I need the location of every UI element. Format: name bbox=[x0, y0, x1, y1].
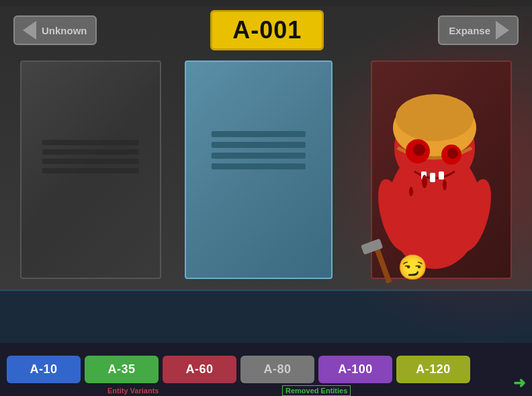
nav-left-button[interactable]: Unknown bbox=[13, 15, 97, 45]
btn-a100[interactable]: A-100 bbox=[318, 356, 392, 383]
title-box: A-001 bbox=[210, 10, 324, 50]
troll-face: 😏 bbox=[398, 255, 428, 286]
btn-a80[interactable]: A-80 bbox=[240, 356, 314, 383]
arrow-right-icon bbox=[496, 21, 509, 40]
page-title: A-001 bbox=[232, 16, 302, 44]
header: Unknown A-001 Expanse bbox=[0, 10, 532, 50]
locker-center-lines bbox=[212, 131, 306, 174]
arrow-left-icon bbox=[23, 21, 36, 40]
locker-left-lines bbox=[42, 140, 139, 177]
removed-entities-label: Removed Entities bbox=[282, 385, 351, 396]
next-arrow[interactable]: ➜ bbox=[513, 374, 525, 392]
svg-point-15 bbox=[422, 175, 427, 188]
nav-left-label: Unknown bbox=[42, 25, 87, 36]
svg-point-8 bbox=[413, 144, 425, 156]
btn-a35[interactable]: A-35 bbox=[85, 356, 159, 383]
svg-rect-12 bbox=[439, 171, 444, 180]
monster-character bbox=[357, 74, 512, 296]
svg-point-16 bbox=[443, 180, 447, 190]
ceiling bbox=[0, 0, 532, 7]
svg-point-9 bbox=[447, 148, 458, 159]
svg-point-5 bbox=[396, 94, 474, 141]
svg-rect-11 bbox=[430, 173, 435, 182]
nav-right-button[interactable]: Expanse bbox=[438, 15, 519, 45]
entity-variants-label: Entity Variants bbox=[107, 387, 159, 396]
bottom-navigation-bar: A-10 A-35 A-60 A-80 A-100 A-120 bbox=[0, 343, 532, 396]
svg-point-17 bbox=[409, 187, 413, 196]
game-area: 😏 Unknown A-001 Expanse bbox=[0, 0, 532, 343]
floor bbox=[0, 289, 532, 343]
btn-a120[interactable]: A-120 bbox=[396, 356, 470, 383]
nav-right-label: Expanse bbox=[449, 25, 490, 36]
btn-a60[interactable]: A-60 bbox=[163, 356, 236, 383]
svg-rect-13 bbox=[374, 247, 392, 283]
locker-center bbox=[185, 61, 332, 279]
locker-left bbox=[20, 61, 161, 279]
btn-a10[interactable]: A-10 bbox=[7, 356, 81, 383]
